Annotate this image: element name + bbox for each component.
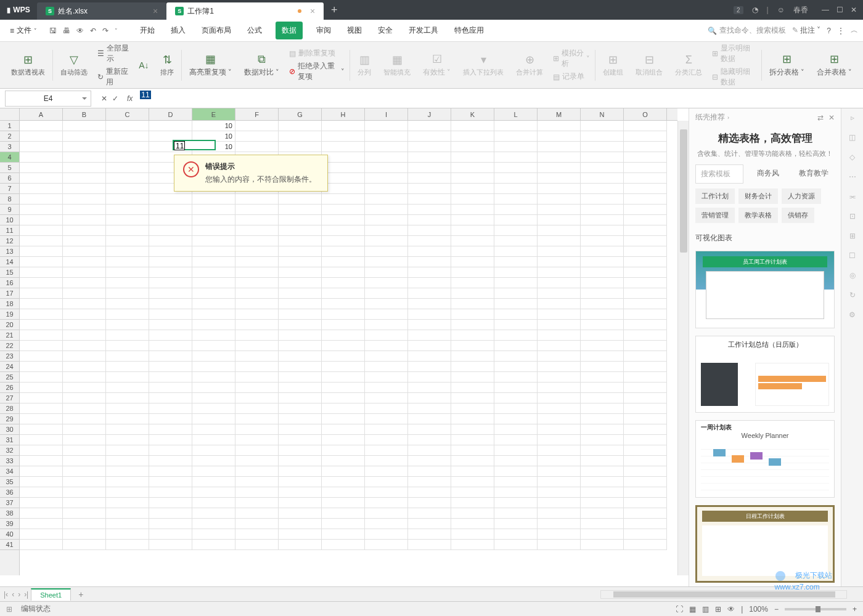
- cell-D21[interactable]: [149, 330, 192, 341]
- cell-I15[interactable]: [365, 267, 408, 278]
- cell-F10[interactable]: [235, 215, 279, 225]
- row-header-40[interactable]: 40: [0, 529, 19, 540]
- cell-E24[interactable]: [192, 362, 235, 372]
- cell-B34[interactable]: [63, 466, 106, 477]
- cell-G14[interactable]: [279, 257, 322, 267]
- cell-O36[interactable]: [624, 487, 667, 498]
- cell-A22[interactable]: [20, 341, 63, 351]
- cell-H26[interactable]: [322, 383, 365, 393]
- cell-D36[interactable]: [149, 487, 192, 498]
- cell-N13[interactable]: [581, 246, 624, 257]
- cell-J7[interactable]: [408, 184, 451, 194]
- cell-M10[interactable]: [538, 215, 581, 225]
- cell-N23[interactable]: [581, 351, 624, 362]
- cell-H40[interactable]: [322, 529, 365, 540]
- cell-M15[interactable]: [538, 267, 581, 278]
- cell-N16[interactable]: [581, 278, 624, 288]
- cell-N39[interactable]: [581, 519, 624, 529]
- cell-I6[interactable]: [365, 173, 408, 184]
- template-search-input[interactable]: 搜索模板: [695, 164, 743, 184]
- show-detail-button[interactable]: ⊞显示明细数据: [712, 43, 756, 64]
- cell-H8[interactable]: [322, 194, 365, 205]
- cell-J9[interactable]: [408, 205, 451, 215]
- cell-B31[interactable]: [63, 435, 106, 445]
- cell-C29[interactable]: [106, 414, 149, 424]
- cell-A14[interactable]: [20, 257, 63, 267]
- category-工作计划[interactable]: 工作计划: [695, 188, 735, 204]
- row-header-13[interactable]: 13: [0, 246, 19, 257]
- cell-O5[interactable]: [624, 163, 667, 173]
- cell-F36[interactable]: [235, 487, 279, 498]
- cell-N10[interactable]: [581, 215, 624, 225]
- cell-K29[interactable]: [451, 414, 494, 424]
- cell-H3[interactable]: [322, 142, 365, 152]
- cell-M23[interactable]: [538, 351, 581, 362]
- cell-K40[interactable]: [451, 529, 494, 540]
- cell-M11[interactable]: [538, 225, 581, 236]
- cell-C28[interactable]: [106, 403, 149, 414]
- cell-B16[interactable]: [63, 278, 106, 288]
- cell-M34[interactable]: [538, 466, 581, 477]
- cell-M33[interactable]: [538, 456, 581, 466]
- cell-C38[interactable]: [106, 508, 149, 519]
- cell-A25[interactable]: [20, 372, 63, 383]
- cell-F32[interactable]: [235, 445, 279, 456]
- cell-N12[interactable]: [581, 236, 624, 246]
- cell-E21[interactable]: [192, 330, 235, 341]
- cell-J23[interactable]: [408, 351, 451, 362]
- subtotal-button[interactable]: Σ分类汇总: [669, 42, 708, 88]
- cell-J14[interactable]: [408, 257, 451, 267]
- qat-dropdown-icon[interactable]: ˅: [115, 28, 118, 34]
- cell-B13[interactable]: [63, 246, 106, 257]
- cell-A13[interactable]: [20, 246, 63, 257]
- cell-M6[interactable]: [538, 173, 581, 184]
- cell-F12[interactable]: [235, 236, 279, 246]
- row-header-3[interactable]: 3: [0, 142, 19, 152]
- cell-K6[interactable]: [451, 173, 494, 184]
- cell-E31[interactable]: [192, 435, 235, 445]
- undo-icon[interactable]: ↶: [90, 26, 96, 35]
- command-search[interactable]: 🔍 查找命令、搜索模板: [708, 25, 786, 36]
- highlight-dup-button[interactable]: ▦高亮重复项 ˅: [183, 42, 238, 88]
- cell-C3[interactable]: [106, 142, 149, 152]
- cell-A5[interactable]: [20, 163, 63, 173]
- add-sheet-button[interactable]: +: [73, 590, 88, 599]
- menu-tab-特色应用[interactable]: 特色应用: [452, 22, 486, 39]
- cell-L16[interactable]: [494, 278, 538, 288]
- cell-K41[interactable]: [451, 540, 494, 550]
- cell-O16[interactable]: [624, 278, 667, 288]
- cell-O13[interactable]: [624, 246, 667, 257]
- menu-tab-视图[interactable]: 视图: [345, 22, 364, 39]
- cell-H32[interactable]: [322, 445, 365, 456]
- cell-B39[interactable]: [63, 519, 106, 529]
- cell-A15[interactable]: [20, 267, 63, 278]
- cell-E32[interactable]: [192, 445, 235, 456]
- cell-M2[interactable]: [538, 131, 581, 142]
- cell-J22[interactable]: [408, 341, 451, 351]
- cell-B11[interactable]: [63, 225, 106, 236]
- select-all-corner[interactable]: [0, 108, 20, 121]
- cell-O25[interactable]: [624, 372, 667, 383]
- cell-G19[interactable]: [279, 309, 322, 320]
- cell-G34[interactable]: [279, 466, 322, 477]
- cell-F8[interactable]: [235, 194, 279, 205]
- cell-F3[interactable]: [235, 142, 279, 152]
- cell-B3[interactable]: [63, 142, 106, 152]
- cell-C4[interactable]: [106, 152, 149, 163]
- cell-E35[interactable]: [192, 477, 235, 487]
- cell-N24[interactable]: [581, 362, 624, 372]
- row-header-14[interactable]: 14: [0, 257, 19, 267]
- cell-H38[interactable]: [322, 508, 365, 519]
- sheet-nav-first-icon[interactable]: |‹: [4, 590, 8, 599]
- cell-N29[interactable]: [581, 414, 624, 424]
- cell-C14[interactable]: [106, 257, 149, 267]
- cell-A31[interactable]: [20, 435, 63, 445]
- cell-M25[interactable]: [538, 372, 581, 383]
- cell-E34[interactable]: [192, 466, 235, 477]
- collapse-ribbon-icon[interactable]: ︿: [851, 25, 858, 36]
- cell-G41[interactable]: [279, 540, 322, 550]
- cell-M27[interactable]: [538, 393, 581, 403]
- cell-E1[interactable]: 10: [192, 121, 235, 131]
- cell-B20[interactable]: [63, 320, 106, 330]
- cell-C19[interactable]: [106, 309, 149, 320]
